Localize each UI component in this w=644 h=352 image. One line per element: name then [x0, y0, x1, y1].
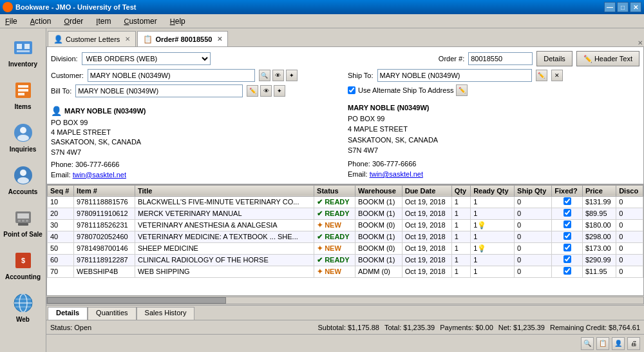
division-select[interactable]: WEB ORDERS (WEB) — [82, 52, 211, 65]
ship-col: Ship To: ✏️ ✕ — [348, 69, 639, 84]
customer-email-link[interactable]: twin@sasktel.net — [73, 171, 126, 179]
col-title[interactable]: Title — [135, 185, 314, 196]
table-row[interactable]: 60 9781118912287 CLINICAL RADIOLOGY OF T… — [48, 254, 643, 266]
col-shipqty[interactable]: Ship Qty — [515, 185, 552, 196]
toolbar-btn-4[interactable]: 🖨 — [627, 337, 640, 350]
table-row[interactable]: 40 9780702052460 VETERINARY MEDICINE: A … — [48, 231, 643, 242]
tab-customer-close[interactable]: ✕ — [125, 35, 130, 43]
header-text-button[interactable]: ✏️ Header Text — [576, 51, 639, 66]
sidebar-item-inquiries[interactable]: Inquiries — [3, 116, 44, 157]
customer-col: Customer: 🔍 👁 ✦ — [51, 69, 343, 84]
customer-input[interactable] — [88, 69, 255, 82]
cell-warehouse: BOOKM (1) — [355, 254, 402, 266]
customer-clear-btn[interactable]: ✦ — [286, 70, 298, 81]
toolbar-btn-2[interactable]: 📋 — [596, 337, 609, 350]
cell-fixed[interactable] — [552, 242, 583, 254]
scrollbar-thumb[interactable] — [47, 297, 226, 304]
customer-search-btn[interactable]: 🔍 — [259, 70, 270, 81]
cell-price: $173.00 — [582, 242, 616, 254]
alternate-edit-btn[interactable]: ✏️ — [456, 84, 468, 96]
billto-input[interactable] — [75, 84, 243, 97]
maximize-button[interactable]: □ — [617, 2, 629, 12]
billto-view-btn[interactable]: 👁 — [260, 85, 272, 97]
table-row[interactable]: 20 9780911910612 MERCK VETERINARY MANUAL… — [48, 208, 643, 219]
ship-addr2: 4 MAPLE STREET — [348, 124, 639, 135]
toolbar-btn-1[interactable]: 🔍 — [581, 337, 594, 350]
cell-fixed[interactable] — [552, 231, 583, 242]
cell-qty: 1 — [451, 266, 470, 277]
cell-status: ✔ READY — [314, 254, 355, 266]
details-button[interactable]: Details — [536, 51, 573, 66]
fixed-checkbox[interactable] — [564, 197, 571, 205]
subtotal: Subtotal: $1,175.88 — [318, 324, 379, 331]
ship-to-input[interactable] — [377, 69, 532, 82]
customer-view-btn[interactable]: 👁 — [272, 70, 284, 81]
menu-customer[interactable]: Customer — [121, 15, 159, 27]
bottom-toolbar: 🔍 📋 👤 🖨 — [46, 334, 644, 352]
order-num-input[interactable] — [468, 52, 533, 65]
horizontal-scrollbar[interactable] — [46, 297, 644, 304]
table-row[interactable]: 50 9781498700146 SHEEP MEDICINE ✦ NEW BO… — [48, 242, 643, 254]
menu-order[interactable]: Order — [61, 15, 86, 27]
fixed-checkbox[interactable] — [564, 209, 571, 217]
cell-fixed[interactable] — [552, 196, 583, 208]
fixed-checkbox[interactable] — [564, 220, 571, 228]
alternate-ship-checkbox[interactable] — [348, 86, 355, 94]
status-bar: Status: Open Subtotal: $1,175.88 Total: … — [46, 320, 644, 334]
cell-fixed[interactable] — [552, 254, 583, 266]
col-fixed[interactable]: Fixed? — [552, 185, 583, 196]
fixed-checkbox[interactable] — [564, 232, 571, 240]
ship-clear-btn[interactable]: ✕ — [551, 70, 563, 81]
minimize-button[interactable]: — — [604, 2, 616, 12]
tab-bar-close[interactable]: ✕ — [638, 39, 643, 46]
table-row[interactable]: 70 WEBSHIP4B WEB SHIPPING ✦ NEW ADMM (0)… — [48, 266, 643, 277]
billto-clear-btn[interactable]: ✦ — [274, 85, 285, 97]
sidebar-item-accounting[interactable]: $ Accounting — [3, 244, 44, 285]
col-duedate[interactable]: Due Date — [402, 185, 451, 196]
ship-email-link[interactable]: twin@sasktel.net — [370, 170, 423, 178]
col-warehouse[interactable]: Warehouse — [355, 185, 402, 196]
sidebar-item-items[interactable]: Items — [3, 73, 44, 115]
tab-sales-history[interactable]: Sales History — [137, 307, 195, 320]
col-qty[interactable]: Qty — [451, 185, 470, 196]
menu-action[interactable]: Action — [28, 15, 54, 27]
sidebar-item-web[interactable]: Web — [3, 286, 44, 328]
order-table: Seq # Item # Title Status Warehouse Due … — [47, 185, 643, 278]
tab-order[interactable]: 📋 Order# 80018550 ✕ — [137, 31, 228, 46]
fixed-checkbox[interactable] — [564, 267, 571, 275]
sidebar-item-accounts[interactable]: Accounts — [3, 159, 44, 200]
ship-edit-btn[interactable]: ✏️ — [536, 70, 547, 81]
table-row[interactable]: 30 9781118526231 VETERINARY ANESTHESIA &… — [48, 219, 643, 231]
fixed-checkbox[interactable] — [564, 244, 571, 251]
col-price[interactable]: Price — [582, 185, 616, 196]
col-seq[interactable]: Seq # — [48, 185, 74, 196]
cell-fixed[interactable] — [552, 266, 583, 277]
menu-file[interactable]: File — [3, 15, 20, 27]
accounting-label: Accounting — [5, 273, 41, 280]
cell-fixed[interactable] — [552, 208, 583, 219]
fixed-checkbox[interactable] — [564, 255, 571, 263]
sidebar-item-pos[interactable]: Point of Sale — [3, 201, 44, 242]
tab-details[interactable]: Details — [48, 307, 88, 320]
billto-edit-btn[interactable]: ✏️ — [247, 85, 258, 97]
sidebar-item-inventory[interactable]: Inventory — [3, 31, 44, 72]
tab-order-close[interactable]: ✕ — [217, 35, 222, 43]
col-item[interactable]: Item # — [74, 185, 135, 196]
toolbar-btn-3[interactable]: 👤 — [612, 337, 625, 350]
tab-quantities[interactable]: Quantities — [88, 307, 137, 320]
cell-fixed[interactable] — [552, 219, 583, 231]
menu-help[interactable]: Help — [167, 15, 188, 27]
tab-customer-letters[interactable]: 👤 Customer Letters ✕ — [48, 31, 136, 46]
close-button[interactable]: ✕ — [630, 2, 641, 12]
col-status[interactable]: Status — [314, 185, 355, 196]
main-layout: Inventory Items Inquiries — [0, 28, 644, 352]
menu-item[interactable]: Item — [93, 15, 113, 27]
inventory-icon — [12, 36, 35, 59]
table-row[interactable]: 10 9781118881576 BLACKWELL'S FIVE-MINUTE… — [48, 196, 643, 208]
tab-order-label: Order# 80018550 — [155, 35, 212, 43]
customer-name: MARY NOBLE (N0349W) — [64, 106, 146, 116]
billto-label: Bill To: — [51, 87, 71, 95]
window-controls[interactable]: — □ ✕ — [604, 2, 641, 12]
col-readyqty[interactable]: Ready Qty — [471, 185, 515, 196]
col-disco[interactable]: Disco — [616, 185, 643, 196]
